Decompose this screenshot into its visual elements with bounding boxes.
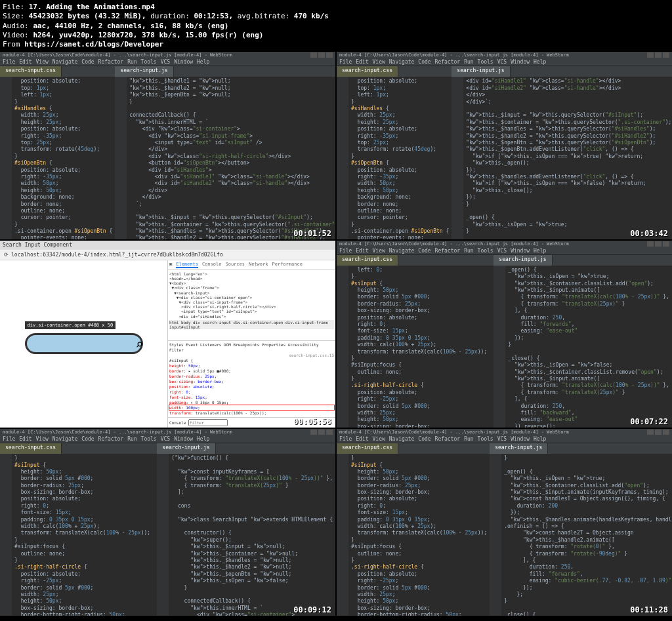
styles-panel[interactable]: Styles Event Listeners DOM Breakpoints P… [168,340,335,417]
search-input-component[interactable]: ⌕ [25,333,143,354]
editor-js[interactable]: } _open() { "kw">this._isOpen = "kw">tru… [490,454,672,616]
editor-js[interactable]: _open() { "kw">this._isOpen = "kw">true;… [494,266,672,428]
menu-bar[interactable]: FileEditViewNavigateCodeRefactorRunTools… [337,435,672,443]
close-icon[interactable] [663,52,669,58]
ide-pane-4: module-4 [C:\Users\Jason\Code\module-4] … [337,241,672,428]
maximize-icon[interactable] [318,52,325,58]
timestamp: 00:07:22 [630,417,668,426]
tab-css[interactable]: search-input.css [337,66,398,77]
browser-pane: Search Input Component ⟳localhost:63342/… [0,241,335,428]
tab-js[interactable]: search-input.js [115,66,173,77]
tab-css[interactable]: search-input.css [0,443,62,454]
ide-pane-6: module-4 [C:\Users\Jason\Code\module-4] … [337,429,672,616]
minimize-icon[interactable] [647,241,654,247]
menu-bar[interactable]: FileEditViewNavigateCodeRefactorRunTools… [337,247,672,255]
page-viewport[interactable]: div.si-container.open #488 x 50 ⌕ [0,260,167,428]
window-titlebar: module-4 [C:\Users\Jason\Code\module-4] … [0,52,335,58]
minimize-icon[interactable] [310,430,317,435]
console-filter[interactable] [188,419,228,426]
maximize-icon[interactable] [655,52,662,58]
menu-bar[interactable]: FileEditViewNavigateCodeRefactorRunTools… [337,58,672,66]
close-icon[interactable] [663,241,669,247]
ide-pane-1: module-4 [C:\Users\Jason\Code\module-4] … [0,52,335,239]
close-icon[interactable] [326,52,333,58]
editor-css[interactable]: position: absolute; top: 1px; left: 1px;… [337,77,452,239]
address-bar[interactable]: ⟳localhost:63342/module-4/index.html?_ij… [0,250,335,260]
close-icon[interactable] [326,430,333,435]
editor-css[interactable]: left: 0; } #siInput { height: 50px; bord… [337,266,494,428]
tab-css[interactable]: search-input.css [0,66,62,77]
minimize-icon[interactable] [647,430,654,435]
timestamp: 00:03:42 [630,229,668,238]
inspect-tooltip: div.si-container.open #488 x 50 [25,321,116,329]
magnifier-icon[interactable]: ⌕ [135,336,143,352]
close-icon[interactable] [663,430,669,435]
timestamp: 00:01:52 [293,229,331,238]
editor-js[interactable]: ("kw">function() { "kw">const inputKeyfr… [157,454,335,616]
dom-tree[interactable]: <html lang="en"> <head>…</head> ▼<body> … [168,270,335,340]
timestamp: 00:05:58 [293,417,331,426]
tab-css[interactable]: search-input.css [337,443,398,454]
editor-js[interactable]: <div id="siHandle1" "kw">class="si-handl… [452,77,672,239]
editor-css[interactable]: } #siInput { height: 50px; border: solid… [0,454,157,616]
screenshot-grid: module-4 [C:\Users\Jason\Code\module-4] … [0,52,672,616]
tab-js[interactable]: search-input.js [157,443,215,454]
ide-pane-5: module-4 [C:\Users\Jason\Code\module-4] … [0,429,335,616]
editor-css[interactable]: } #siInput { height: 50px; border: solid… [337,454,490,616]
reload-icon[interactable]: ⟳ [4,252,9,258]
ide-pane-2: module-4 [C:\Users\Jason\Code\module-4] … [337,52,672,239]
gutter [0,77,12,239]
minimize-icon[interactable] [310,52,317,58]
devtools-tabs[interactable]: ▣ElementsConsoleSourcesNetworkPerformanc… [168,260,335,270]
menu-bar[interactable]: FileEditViewNavigateCodeRefactorRunTools… [0,58,335,66]
maximize-icon[interactable] [655,241,662,247]
timestamp: 00:11:28 [630,605,668,614]
maximize-icon[interactable] [318,430,325,435]
file-metadata: File: 17. Adding the Animations.mp4 Size… [0,0,672,52]
editor-js[interactable]: "kw">this._$handle1 = "kw">null; "kw">th… [115,77,335,239]
tab-js[interactable]: search-input.js [494,255,552,266]
inspect-icon[interactable]: ▣ [169,262,172,268]
devtools[interactable]: ▣ElementsConsoleSourcesNetworkPerformanc… [167,260,335,428]
tab-js[interactable]: search-input.js [452,66,510,77]
browser-tab[interactable]: Search Input Component [0,241,335,250]
editor-css[interactable]: position: absolute; top: 1px; left: 1px;… [0,77,115,239]
tab-js[interactable]: search-input.js [490,443,548,454]
timestamp: 00:09:12 [293,605,331,614]
minimize-icon[interactable] [647,52,654,58]
menu-bar[interactable]: FileEditViewNavigateCodeRefactorRunTools… [0,435,335,443]
tab-css[interactable]: search-input.css [337,255,398,266]
maximize-icon[interactable] [655,430,662,435]
